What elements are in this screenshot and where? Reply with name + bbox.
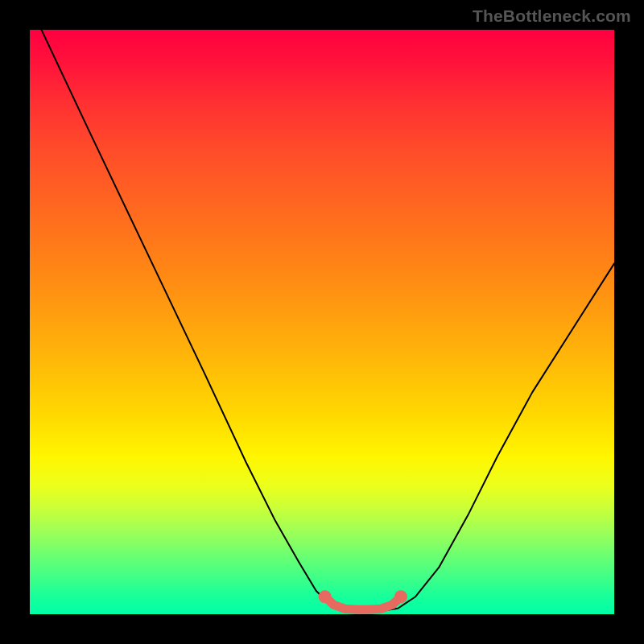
- chart-plot-area: [30, 30, 614, 614]
- flat-bottom-highlight: [325, 597, 401, 609]
- chart-frame: TheBottleneck.com: [0, 0, 644, 644]
- chart-svg: [30, 30, 614, 614]
- bottleneck-curve: [42, 30, 614, 611]
- highlight-endpoint-1: [394, 590, 407, 603]
- watermark-text: TheBottleneck.com: [473, 6, 631, 26]
- highlight-endpoint-0: [319, 590, 332, 603]
